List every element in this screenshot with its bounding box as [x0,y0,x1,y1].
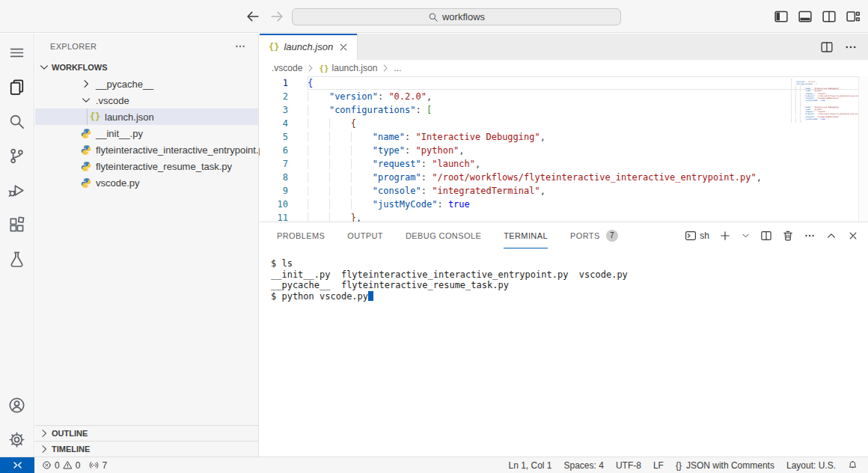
bell-icon [848,460,858,470]
panel-tab-output[interactable]: OUTPUT [347,222,383,248]
chevron-down-icon [80,94,92,106]
back-icon[interactable] [245,9,260,24]
notifications-bell[interactable] [842,460,864,470]
activity-explorer-button[interactable] [0,70,34,104]
code-line-content: "request": "launch", [308,157,868,171]
tree-item-vscode[interactable]: .vscode [35,92,258,109]
activity-source-control-button[interactable] [0,138,34,173]
tab-launch-json[interactable]: {} launch.json [260,34,358,60]
explorer-more-actions-icon[interactable] [234,40,246,52]
forwarded-ports-status[interactable]: 7 [85,460,111,471]
source-control-icon [8,147,25,165]
chevron-right-icon [80,78,92,90]
line-number: 8 [260,171,308,184]
close-panel-icon[interactable] [847,230,859,242]
panel-more-actions-icon[interactable] [804,230,816,242]
tree-item-init-py[interactable]: __init__.py [35,125,258,141]
outline-section[interactable]: OUTLINE [35,425,258,441]
extensions-icon [8,216,25,234]
breadcrumb: .vscode{}launch.json... [260,60,868,76]
forward-icon[interactable] [269,9,284,24]
command-center-search[interactable]: workflows [292,8,621,25]
problems-status[interactable]: 0 0 [37,460,85,471]
python-file-icon [80,144,92,156]
panel-tab-problems[interactable]: PROBLEMS [277,222,325,248]
terminal-cursor [368,291,373,301]
code-line-content: "name": "Interactive Debugging", [308,130,868,144]
breadcrumb-item[interactable]: launch.json [332,63,378,73]
maximize-panel-icon[interactable] [825,230,837,242]
line-number: 9 [260,184,308,198]
close-tab-icon[interactable] [337,41,349,53]
status-layout-u-s[interactable]: Layout: U.S. [780,460,842,471]
status-label: Spaces: 4 [564,460,604,471]
code-line-content: "configurations": [ [308,103,868,117]
remote-indicator[interactable] [0,457,34,473]
panel-tab-ports[interactable]: PORTS7 [570,222,618,248]
timeline-section[interactable]: TIMELINE [35,441,258,457]
code-line-content: { [308,117,868,130]
activity-settings-button[interactable] [0,422,34,457]
activity-testing-button[interactable] [0,242,34,276]
search-icon [8,113,25,130]
toggle-primary-sidebar-icon[interactable] [774,9,789,24]
status-label: Layout: U.S. [786,460,836,471]
panel-tab-label: OUTPUT [347,231,383,240]
panel-tab-terminal[interactable]: TERMINAL [504,222,548,248]
editor-scrollbar[interactable] [858,76,868,225]
tree-item-vscode-py[interactable]: vscode.py [35,174,258,191]
python-file-icon [80,161,92,172]
tree-item-flyteinteractive-resume-task-py[interactable]: flyteinteractive_resume_task.py [35,158,258,174]
tree-item-launch-json[interactable]: {}launch.json [35,109,258,125]
python-file-icon [80,177,92,189]
code-editor[interactable]: 1{2 "version": "0.2.0",3 "configurations… [260,76,868,225]
status-utf-8[interactable]: UTF-8 [610,460,647,471]
chevron-right-icon [38,427,50,439]
terminal-line: $ python vscode.py [271,291,868,302]
status-label: LF [653,460,664,471]
line-number: 5 [260,130,308,144]
code-line-content: "type": "python", [308,144,868,157]
status-spaces-4[interactable]: Spaces: 4 [558,460,610,471]
panel-tab-label: TERMINAL [504,231,548,240]
code-line-content: { [308,76,868,90]
kill-terminal-icon[interactable] [782,230,794,242]
status-lf[interactable]: LF [647,460,670,471]
workspace-section-workflows[interactable]: WORKFLOWS [35,59,258,76]
search-icon [428,12,438,22]
remote-icon [12,460,23,471]
activity-menu-button[interactable] [0,35,34,70]
explorer-sidebar: EXPLORER WORKFLOWS __pycache__.vscode{}l… [35,34,259,457]
status-label: JSON with Comments [686,460,774,471]
split-terminal-icon[interactable] [760,230,772,242]
activity-accounts-button[interactable] [0,388,34,422]
customize-layout-icon[interactable] [846,9,861,24]
code-line-content: "justMyCode": true [308,198,868,211]
activity-run-and-debug-button[interactable] [0,173,34,207]
title-bar: workflows [0,0,868,33]
tree-item-pycache[interactable]: __pycache__ [35,76,258,92]
split-editor-icon[interactable] [820,40,834,54]
activity-search-button[interactable] [0,104,34,138]
terminal-dropdown-icon[interactable] [741,230,751,242]
activity-bar [0,34,34,457]
breadcrumb-item[interactable]: ... [394,63,401,73]
new-terminal-icon[interactable] [719,230,731,242]
toggle-panel-icon[interactable] [798,9,813,24]
editor-more-actions-icon[interactable] [844,40,858,54]
panel-tab-debug-console[interactable]: DEBUG CONSOLE [406,222,481,248]
status-ln-1-col-1[interactable]: Ln 1, Col 1 [502,460,557,471]
activity-extensions-button[interactable] [0,207,34,242]
terminal-instance-sh[interactable]: sh [685,230,709,242]
code-line-content: "program": "/root/workflows/flyteinterac… [308,171,868,184]
toggle-secondary-sidebar-icon[interactable] [822,9,837,24]
breadcrumb-item[interactable]: .vscode [272,63,302,73]
code-line: 8 "program": "/root/workflows/flyteinter… [260,171,868,184]
tree-item-label: __pycache__ [96,79,153,90]
panel-tabs: PROBLEMSOUTPUTDEBUG CONSOLETERMINALPORTS… [277,222,618,248]
tree-item-label: __init__.py [96,128,143,139]
terminal[interactable]: $ ls__init__.py flyteinteractive_interac… [260,248,868,302]
tree-item-flyteinteractive-interactive-entrypoint-py[interactable]: flyteinteractive_interactive_entrypoint.… [35,141,258,158]
testing-icon [8,251,25,268]
status-json-with-comments[interactable]: {}JSON with Comments [670,460,780,471]
